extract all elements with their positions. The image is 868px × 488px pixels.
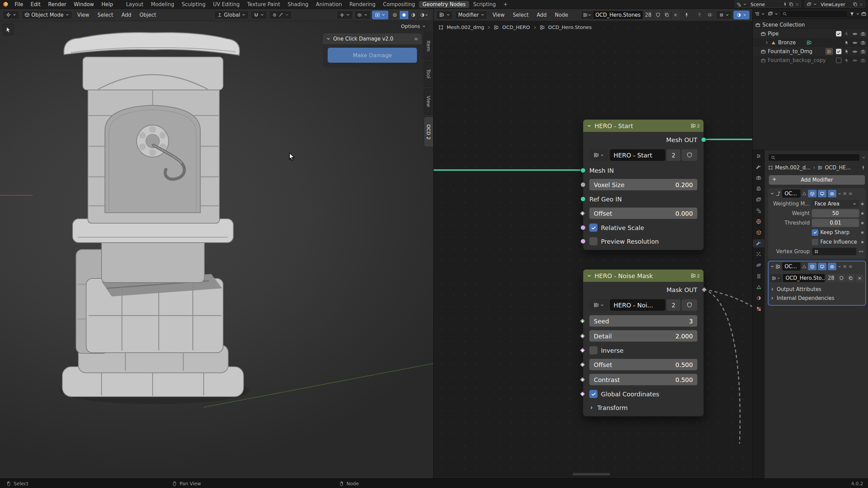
workspace-tab-rendering[interactable]: Rendering [346,1,379,8]
socket-seed[interactable] [580,318,586,324]
tab-scene[interactable] [753,207,764,215]
animate-decorator[interactable] [861,212,864,215]
shading-rendered-button[interactable] [418,11,430,19]
eye-icon[interactable] [852,58,857,63]
shading-solid-button[interactable] [399,11,408,19]
collection-checkbox[interactable] [836,31,841,36]
collection-checkbox[interactable] [836,58,841,63]
tab-material[interactable] [753,294,764,302]
breadcrumb-group[interactable]: OCD_HE... [825,165,851,171]
shading-material-button[interactable] [408,11,418,19]
offset-slider[interactable]: Offset 0.000 [589,208,697,219]
realtime-toggle[interactable] [818,263,826,270]
view-layer-selector[interactable]: ViewLayer [805,1,865,8]
socket-global-coordinates[interactable] [580,391,586,397]
menu-window[interactable]: Window [71,1,97,8]
selectability-pointer-icon[interactable] [844,40,849,45]
panel-menu-icon[interactable] [414,37,418,41]
geometry-node-editor[interactable]: Modifier View Select Add Node OCD_Hero.S… [433,9,752,478]
tab-object[interactable] [753,228,764,237]
pin-icon[interactable] [783,2,787,6]
eye-icon[interactable] [852,40,857,45]
collection-checkbox[interactable] [836,49,841,54]
tab-object-data[interactable] [753,283,764,291]
pin-node-group-button[interactable] [682,11,691,19]
outliner-editor-icon[interactable] [755,11,760,16]
viewport-menu-object[interactable]: Object [136,11,159,19]
workspace-tab-scripting[interactable]: Scripting [470,1,499,8]
breadcrumb-object[interactable]: Mesh.002_dmg [447,25,484,30]
drag-handle-icon[interactable] [848,192,853,196]
tab-render[interactable] [753,174,764,182]
output-attributes-collapse[interactable]: Output Attributes [770,285,864,294]
display-mode-icon[interactable] [768,11,773,16]
animate-decorator[interactable] [861,203,864,205]
camera-icon[interactable] [861,31,866,36]
menu-file[interactable]: File [11,1,27,8]
camera-icon[interactable] [861,40,866,45]
add-modifier-button[interactable]: Add Modifier [769,175,865,185]
edit-mode-toggle[interactable] [808,190,817,197]
outliner-row-fountain-to-dmg[interactable]: Fountain_to_Dmg [753,47,868,56]
chevron-down-icon[interactable] [838,265,841,269]
socket-offset[interactable] [580,211,586,216]
viewport-menu-select[interactable]: Select [94,11,116,19]
transform-orientation-selector[interactable]: Global [214,11,249,19]
modifier-name-field[interactable]: OC... [782,189,801,198]
group-users-count[interactable]: 28 [826,274,836,282]
render-toggle[interactable] [828,190,836,197]
breadcrumb-object[interactable]: Mesh.002_d... [775,165,810,171]
close-icon[interactable] [859,2,863,6]
group-name-field[interactable]: HERO - Noi... [610,299,665,311]
outliner-search-input[interactable] [780,10,848,18]
editor-type-button[interactable] [3,11,19,19]
workspace-tab-animation[interactable]: Animation [312,1,345,8]
outliner-row-scene-collection[interactable]: Scene Collection [753,20,868,29]
node-tree-type-selector[interactable]: Modifier [455,11,487,19]
outliner-row-pipe[interactable]: Pipe [753,29,868,38]
close-icon[interactable] [843,192,847,196]
node-menu-select[interactable]: Select [510,11,531,19]
node-hero-start[interactable]: HERO - Start 2 Mesh OUT HERO - Start 2 M… [583,119,704,250]
viewport-menu-view[interactable]: View [74,11,93,19]
threshold-slider[interactable]: 0.01 [812,219,859,227]
workspace-tab-sculpting[interactable]: Sculpting [178,1,209,8]
fountain-model[interactable] [50,29,258,407]
socket-mesh-in[interactable] [580,168,586,173]
add-workspace-button[interactable]: + [500,1,511,8]
node-menu-view[interactable]: View [490,11,508,19]
outliner-row-fountain-backup-copy[interactable]: Fountain_backup_copy [753,56,868,65]
chevron-down-icon[interactable] [856,12,859,16]
select-box-tool[interactable] [2,24,14,35]
make-damage-button[interactable]: Make Damage [328,48,417,63]
chevron-down-icon[interactable] [775,12,778,16]
xray-toggle[interactable] [372,11,388,19]
global-coordinates-checkbox[interactable] [589,390,598,398]
node-group-users-count[interactable]: 28 [642,11,653,19]
tab-modifiers[interactable] [753,239,764,247]
face-influence-checkbox[interactable] [812,239,818,245]
workspace-tab-geometry-nodes[interactable]: Geometry Nodes [419,1,469,8]
animate-decorator[interactable] [861,222,864,224]
internal-dependencies-collapse[interactable]: Internal Dependencies [770,294,864,303]
menu-help[interactable]: Help [98,1,117,8]
tab-physics[interactable] [753,261,764,269]
sidebar-tab-view[interactable]: View [424,89,433,115]
3d-viewport[interactable]: Object Mode View Select Add Object Globa… [0,9,433,478]
offset-slider[interactable]: Offset 0.500 [589,359,697,370]
node-editor-scrollbar[interactable] [573,473,610,475]
fake-user-button[interactable] [837,274,846,282]
workspace-tab-texture-paint[interactable]: Texture Paint [244,1,283,8]
animate-decorator[interactable] [861,241,864,243]
viewport-menu-add[interactable]: Add [118,11,134,19]
animate-decorator[interactable] [861,231,864,234]
menu-edit[interactable]: Edit [27,1,44,8]
fake-user-button[interactable] [682,299,697,311]
copy-datablock-button[interactable] [847,274,855,282]
node-snapping-toggle[interactable] [716,11,732,19]
workspace-tab-modeling[interactable]: Modeling [148,1,177,8]
socket-inverse[interactable] [580,348,586,353]
expand-arrow-icon[interactable] [765,41,769,45]
socket-mask-out[interactable] [701,287,707,293]
fake-user-button[interactable] [682,149,697,161]
